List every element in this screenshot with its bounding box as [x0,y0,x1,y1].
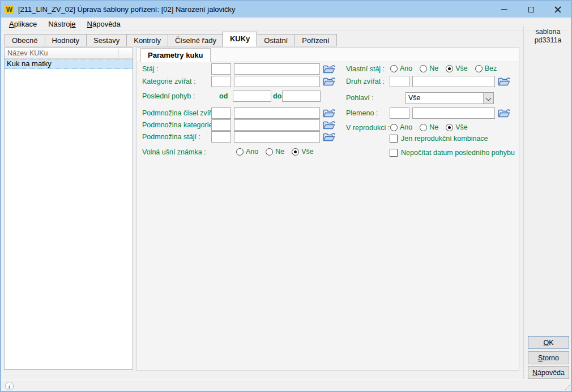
row-nepocitat-datum: Nepočítat datum posledního pohybu [136,148,519,160]
tab-obecne[interactable]: Obecné [5,34,45,46]
app-logo-icon: W [5,5,14,14]
checkbox-icon [390,135,398,143]
ok-button[interactable]: OK [528,336,569,349]
radio-vlastni-ano[interactable]: Ano [390,64,412,72]
vlastni-staj-radiogroup: Ano Ne Vše Bez [390,64,497,72]
plemeno-label: Plemeno : [346,109,378,117]
tab-ciselne-rady[interactable]: Číselné řady [168,34,223,46]
radio-vlastni-vse[interactable]: Vše [446,64,468,72]
tab-porizeni[interactable]: Pořízení [294,34,336,46]
v-reprodukci-label: V reprodukci : [346,124,390,132]
close-icon [554,6,561,13]
kuk-list-panel: Název KUKu Kuk na matky [4,48,133,370]
tab-sestavy[interactable]: Sestavy [86,34,126,46]
separator-line [1,373,571,373]
menu-aplikace[interactable]: Aplikace [3,18,42,30]
checkbox-icon [390,149,398,157]
menu-nastroje[interactable]: Nástroje [42,18,81,30]
row-vlastni-staj: Vlastní stáj : Ano Ne Vše Bez [136,63,519,75]
tab-ostatni[interactable]: Ostatní [257,34,294,46]
row-druh-zvirat: Druh zvířat : [136,76,519,88]
pohlavi-dropdown[interactable]: Vše [405,92,494,104]
radio-icon [420,65,427,72]
druh-zvirat-name-input[interactable] [412,76,495,87]
kuk-list-item-selected[interactable]: Kuk na matky [5,59,133,69]
chevron-down-icon[interactable] [483,93,493,104]
inner-tab-strip: Parametry kuku [136,48,519,62]
app-window: W [211_LIN_ZV_02] Úprava šablony pořízen… [0,0,572,392]
row-jen-reprodukcni: Jen reprodukční kombinace [136,134,519,146]
radio-icon [420,124,427,131]
info-icon[interactable]: i [5,382,14,390]
minimize-icon [501,9,507,10]
radio-checked-icon [446,124,453,131]
radio-reprodukce-ano[interactable]: Ano [390,123,412,131]
status-bar [1,381,571,391]
v-reprodukci-radiogroup: Ano Ne Vše [390,123,468,131]
sidebar-divider [523,26,524,379]
checkbox-nepocitat-datum[interactable]: Nepočítat datum posledního pohybu [390,149,515,157]
tab-kuky[interactable]: KUKy [223,32,257,46]
row-v-reprodukci: V reprodukci : Ano Ne Vše [136,122,519,134]
kuk-list-header[interactable]: Název KUKu [5,48,133,59]
tab-parametry-kuku[interactable]: Parametry kuku [140,48,211,62]
template-name-line2: pd3311a [525,36,571,45]
separator-line [1,380,571,380]
tab-hodnoty[interactable]: Hodnoty [45,34,86,46]
vlastni-staj-label: Vlastní stáj : [346,65,385,73]
radio-vlastni-bez[interactable]: Bez [475,64,497,72]
radio-vlastni-ne[interactable]: Ne [420,64,438,72]
druh-zvirat-code-input[interactable] [390,76,409,87]
radio-reprodukce-vse[interactable]: Vše [446,123,468,131]
pohlavi-label: Pohlaví : [346,94,374,102]
plemeno-folder-icon[interactable] [498,107,511,119]
checkbox-jen-reprodukcni[interactable]: Jen reprodukční kombinace [390,135,488,143]
menu-bar: Aplikace Nástroje Nápověda [1,18,571,31]
radio-icon [390,65,398,72]
druh-zvirat-folder-icon[interactable] [498,75,511,87]
radio-icon [475,65,483,72]
parameters-panel: Parametry kuku Stáj : Kategorie zvířat :… [136,48,519,371]
storno-button[interactable]: Storno [528,351,569,364]
radio-checked-icon [446,65,453,72]
plemeno-name-input[interactable] [412,107,495,119]
tab-kontroly[interactable]: Kontroly [126,34,168,46]
close-button[interactable] [544,1,571,18]
plemeno-code-input[interactable] [390,107,409,119]
template-name-line1: sablona [525,28,571,36]
maximize-button[interactable] [518,1,544,18]
menu-napoveda[interactable]: Nápověda [82,18,126,30]
minimize-button[interactable] [491,1,518,18]
druh-zvirat-label: Druh zvířat : [346,77,385,85]
radio-reprodukce-ne[interactable]: Ne [420,123,438,131]
main-tab-strip: Obecné Hodnoty Sestavy Kontroly Číselné … [5,33,337,46]
title-bar[interactable]: W [211_LIN_ZV_02] Úprava šablony pořízen… [1,1,571,18]
row-plemeno: Plemeno : [136,107,519,119]
maximize-icon [528,7,534,12]
radio-icon [390,124,398,131]
window-title: [211_LIN_ZV_02] Úprava šablony pořízení:… [18,5,235,14]
template-name: sablona pd3311a [525,28,571,45]
pohlavi-value: Vše [406,93,483,104]
row-pohlavi: Pohlaví : Vše [136,92,519,104]
